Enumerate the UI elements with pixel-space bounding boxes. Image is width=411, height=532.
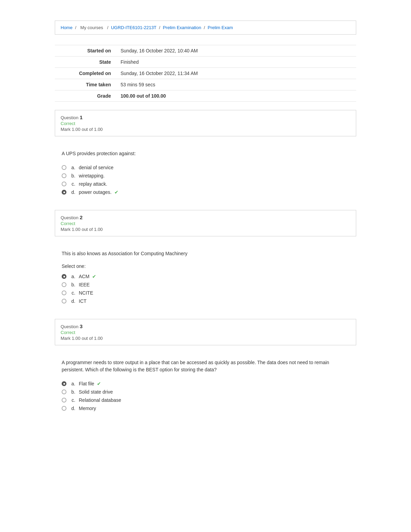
option-letter-2-1: b. xyxy=(68,282,75,287)
options-list-3: a.Flat file✔b.Solid state drivec.Relatio… xyxy=(62,380,349,412)
question-mark-1: Mark 1.00 out of 1.00 xyxy=(61,127,350,132)
option-text-1-3: power outages. xyxy=(79,189,112,195)
option-text-3-3: Memory xyxy=(79,406,96,411)
summary-value-completed: Sunday, 16 October 2022, 11:34 AM xyxy=(116,68,356,79)
breadcrumb: Home / My courses / UGRD-ITE6101-2213T /… xyxy=(55,21,356,35)
breadcrumb-course[interactable]: UGRD-ITE6101-2213T xyxy=(111,25,157,30)
option-item-2-2: c.NCITE xyxy=(62,289,349,297)
summary-label-grade: Grade xyxy=(55,90,116,102)
breadcrumb-sep1: / xyxy=(75,25,77,30)
breadcrumb-home[interactable]: Home xyxy=(61,25,73,30)
option-letter-3-1: b. xyxy=(68,389,75,395)
option-letter-1-1: b. xyxy=(68,173,75,178)
question-box-3: Question 3 Correct Mark 1.00 out of 1.00 xyxy=(55,319,356,345)
summary-value-state: Finished xyxy=(116,57,356,68)
radio-3-3 xyxy=(62,406,66,411)
option-text-3-1: Solid state drive xyxy=(79,389,113,395)
summary-value-grade: 100.00 out of 100.00 xyxy=(116,90,356,102)
option-text-2-0: ACM xyxy=(79,274,89,279)
option-text-2-3: ICT xyxy=(79,298,87,304)
summary-value-started: Sunday, 16 October 2022, 10:40 AM xyxy=(116,45,356,57)
radio-3-1 xyxy=(62,389,66,394)
option-text-1-0: denial of service xyxy=(79,165,113,170)
summary-row-started: Started on Sunday, 16 October 2022, 10:4… xyxy=(55,45,356,57)
breadcrumb-sep2: / xyxy=(107,25,110,30)
option-item-1-1: b.wiretapping. xyxy=(62,172,349,180)
summary-label-timetaken: Time taken xyxy=(55,79,116,90)
summary-row-timetaken: Time taken 53 mins 59 secs xyxy=(55,79,356,90)
question-label-1: Question 1 xyxy=(61,114,350,120)
breadcrumb-prelim-exam[interactable]: Prelim Exam xyxy=(208,25,233,30)
question-content-3: A programmer needs to store output in a … xyxy=(55,352,356,423)
check-icon-2-0: ✔ xyxy=(92,274,96,279)
radio-1-1 xyxy=(62,173,66,178)
summary-label-completed: Completed on xyxy=(55,68,116,79)
question-label-2: Question 2 xyxy=(61,214,350,220)
option-letter-2-0: a. xyxy=(68,274,75,279)
option-item-3-1: b.Solid state drive xyxy=(62,388,349,396)
option-item-3-0: a.Flat file✔ xyxy=(62,380,349,388)
radio-3-0 xyxy=(62,381,66,386)
summary-row-grade: Grade 100.00 out of 100.00 xyxy=(55,90,356,102)
option-letter-3-0: a. xyxy=(68,381,75,386)
summary-value-timetaken: 53 mins 59 secs xyxy=(116,79,356,90)
radio-1-0 xyxy=(62,165,66,170)
question-box-2: Question 2 Correct Mark 1.00 out of 1.00 xyxy=(55,210,356,236)
option-letter-2-2: c. xyxy=(68,290,75,296)
option-text-3-0: Flat file xyxy=(79,381,94,386)
options-list-2: a.ACM✔b.IEEEc.NCITEd.ICT xyxy=(62,272,349,305)
option-item-2-0: a.ACM✔ xyxy=(62,272,349,281)
radio-1-2 xyxy=(62,182,66,186)
question-text-3: A programmer needs to store output in a … xyxy=(62,359,349,373)
summary-table: Started on Sunday, 16 October 2022, 10:4… xyxy=(55,45,356,102)
radio-2-3 xyxy=(62,299,66,304)
option-item-3-3: d.Memory xyxy=(62,404,349,412)
option-letter-1-2: c. xyxy=(68,181,75,187)
summary-label-state: State xyxy=(55,57,116,68)
question-box-1: Question 1 Correct Mark 1.00 out of 1.00 xyxy=(55,110,356,136)
option-item-1-3: d.power outages.✔ xyxy=(62,188,349,196)
option-letter-3-3: d. xyxy=(68,406,75,411)
option-text-1-2: replay attack. xyxy=(79,181,107,187)
check-icon-3-0: ✔ xyxy=(97,381,101,386)
option-text-2-1: IEEE xyxy=(79,282,90,287)
question-text-2: This is also knows as Association for Co… xyxy=(62,250,349,257)
question-mark-2: Mark 1.00 out of 1.00 xyxy=(61,227,350,232)
summary-label-started: Started on xyxy=(55,45,116,57)
options-list-1: a.denial of serviceb.wiretapping.c.repla… xyxy=(62,163,349,196)
summary-row-state: State Finished xyxy=(55,57,356,68)
radio-2-2 xyxy=(62,290,66,295)
question-status-3: Correct xyxy=(61,330,350,335)
option-text-1-1: wiretapping. xyxy=(79,173,105,178)
radio-2-1 xyxy=(62,282,66,287)
option-letter-1-3: d. xyxy=(68,189,75,195)
radio-2-0 xyxy=(62,274,66,279)
option-item-1-2: c.replay attack. xyxy=(62,180,349,188)
summary-row-completed: Completed on Sunday, 16 October 2022, 11… xyxy=(55,68,356,79)
select-one-label-2: Select one: xyxy=(62,263,349,269)
breadcrumb-mycourses: My courses xyxy=(80,25,103,30)
question-status-2: Correct xyxy=(61,221,350,226)
breadcrumb-sep3: / xyxy=(159,25,161,30)
breadcrumb-prelim-section[interactable]: Prelim Examination xyxy=(163,25,201,30)
question-content-2: This is also knows as Association for Co… xyxy=(55,243,356,316)
option-item-3-2: c.Relational database xyxy=(62,396,349,404)
option-text-3-2: Relational database xyxy=(79,397,121,403)
option-item-2-1: b.IEEE xyxy=(62,281,349,289)
radio-3-2 xyxy=(62,398,66,403)
option-item-1-0: a.denial of service xyxy=(62,163,349,172)
radio-1-3 xyxy=(62,190,66,195)
check-icon-1-3: ✔ xyxy=(114,189,119,195)
question-content-1: A UPS provides protection against:a.deni… xyxy=(55,143,356,207)
questions-container: Question 1 Correct Mark 1.00 out of 1.00… xyxy=(55,110,356,423)
question-mark-3: Mark 1.00 out of 1.00 xyxy=(61,336,350,341)
breadcrumb-sep4: / xyxy=(204,25,206,30)
option-letter-2-3: d. xyxy=(68,298,75,304)
question-status-1: Correct xyxy=(61,121,350,126)
option-text-2-2: NCITE xyxy=(79,290,93,296)
option-item-2-3: d.ICT xyxy=(62,297,349,305)
option-letter-3-2: c. xyxy=(68,397,75,403)
option-letter-1-0: a. xyxy=(68,165,75,170)
question-text-1: A UPS provides protection against: xyxy=(62,150,349,157)
question-label-3: Question 3 xyxy=(61,323,350,329)
